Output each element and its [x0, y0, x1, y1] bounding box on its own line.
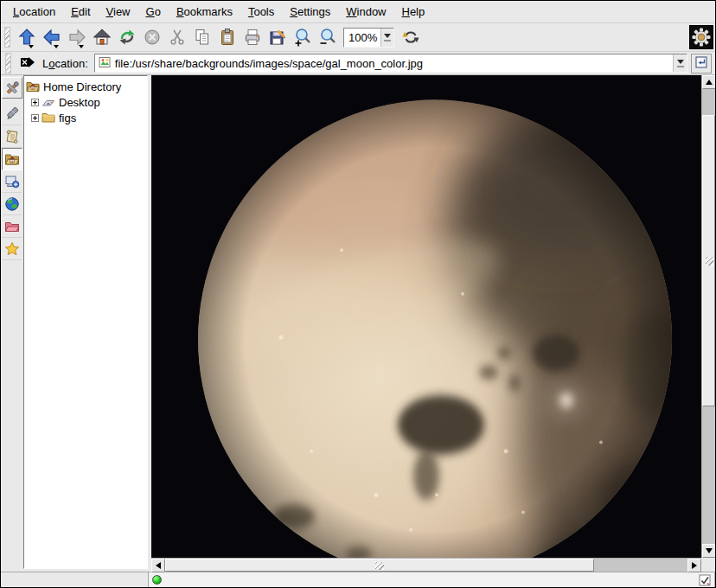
- scroll-icon: [4, 129, 20, 144]
- triangle-down-icon: [706, 548, 713, 553]
- status-bar: [148, 572, 715, 587]
- globe-icon: [4, 196, 20, 212]
- tree-item-desktop[interactable]: Desktop: [24, 94, 147, 110]
- menu-help[interactable]: Help: [394, 3, 433, 21]
- tree-item-home-directory[interactable]: Home Directory: [24, 79, 147, 94]
- clipboard-icon: [218, 28, 237, 47]
- main-area: Home DirectoryDesktopfigs: [1, 75, 715, 572]
- go-enter-icon: [694, 55, 708, 72]
- rotate-icon: [401, 28, 420, 47]
- home-button[interactable]: [89, 25, 114, 50]
- triangle-left-icon: [156, 562, 161, 569]
- toolbar-drag-handle[interactable]: [4, 27, 10, 48]
- view-link-indicator[interactable]: [699, 574, 711, 586]
- sidebar-bookmark-pen-button[interactable]: [2, 103, 22, 125]
- main-toolbar: 100%: [1, 23, 715, 52]
- chevron-down-icon: [384, 34, 391, 38]
- tree-item-figs[interactable]: figs: [24, 110, 147, 125]
- stop-button[interactable]: [139, 25, 164, 50]
- sidebar-services-button[interactable]: [2, 170, 22, 193]
- copy-button[interactable]: [189, 25, 214, 50]
- scroll-down-button[interactable]: [702, 544, 716, 558]
- sidebar-history-button[interactable]: [2, 125, 22, 148]
- sidebar-network-button[interactable]: [2, 193, 22, 215]
- konqueror-window: LocationEditViewGoBookmarksToolsSettings…: [0, 0, 716, 588]
- location-combo-dropdown[interactable]: [673, 54, 687, 72]
- location-input[interactable]: file:/usr/share/backgrounds/images/space…: [115, 57, 668, 70]
- folder-tree: Home DirectoryDesktopfigs: [23, 75, 148, 569]
- tree-item-label: Desktop: [59, 96, 100, 109]
- services-icon: [4, 174, 20, 189]
- clear-location-button[interactable]: [18, 54, 37, 72]
- vertical-scrollbar[interactable]: [701, 75, 715, 558]
- locbar-drag-handle[interactable]: [5, 53, 11, 74]
- image-view-wrap: [151, 75, 715, 572]
- paste-button[interactable]: [214, 25, 240, 50]
- sidebar-root-folder-button[interactable]: [2, 215, 22, 238]
- location-combo[interactable]: file:/usr/share/backgrounds/images/space…: [94, 54, 687, 73]
- scrollbar-corner: [701, 558, 715, 572]
- zoom-combo-dropdown[interactable]: [380, 29, 393, 47]
- menu-view[interactable]: View: [99, 3, 138, 21]
- combo-underbar: [384, 40, 391, 42]
- forward-button[interactable]: [64, 25, 89, 50]
- red-folder-icon: [4, 219, 20, 234]
- home-icon: [93, 28, 112, 47]
- sidebar-bookmarks-button[interactable]: [2, 238, 22, 260]
- vertical-scroll-thumb[interactable]: [702, 115, 715, 406]
- triangle-up-icon: [706, 80, 713, 85]
- back-button[interactable]: [39, 25, 64, 50]
- folder-icon: [42, 111, 56, 125]
- menu-window[interactable]: Window: [338, 3, 393, 21]
- status-left-filler: [1, 572, 148, 587]
- kde-gear-logo: [689, 25, 713, 49]
- scroll-left-button[interactable]: [151, 559, 165, 572]
- up-button[interactable]: [14, 25, 39, 50]
- tree-expander-icon[interactable]: [31, 99, 39, 106]
- location-toolbar: Location: file:/usr/share/backgrounds/im…: [1, 52, 715, 75]
- scroll-up-button[interactable]: [702, 75, 716, 89]
- menu-location[interactable]: Location: [5, 3, 63, 21]
- folder-home-icon: [26, 80, 41, 93]
- print-button[interactable]: [240, 25, 265, 50]
- magnifier-minus-icon: [318, 28, 337, 47]
- save-as-button[interactable]: [265, 25, 290, 50]
- zoom-level-combo[interactable]: 100%: [343, 28, 394, 48]
- cut-button[interactable]: [164, 25, 189, 50]
- menu-edit[interactable]: Edit: [63, 3, 98, 21]
- scissors-icon: [168, 28, 187, 47]
- horizontal-scroll-thumb[interactable]: [165, 559, 594, 572]
- moon-image: [151, 75, 701, 558]
- scroll-right-button[interactable]: [687, 559, 701, 572]
- desktop-icon: [42, 95, 56, 109]
- active-view-led: [152, 575, 162, 585]
- chevron-down-icon: [677, 60, 684, 64]
- star-icon: [4, 241, 20, 257]
- location-label: Location:: [42, 57, 88, 70]
- zoom-out-button[interactable]: [315, 25, 340, 50]
- stop-icon: [143, 28, 162, 47]
- tools-hammer-wrench-icon: [4, 80, 20, 96]
- rotate-button[interactable]: [398, 25, 423, 50]
- horizontal-scrollbar[interactable]: [151, 558, 701, 572]
- tree-item-label: figs: [59, 112, 76, 125]
- sidebar-home-directory-button[interactable]: [2, 148, 22, 170]
- clear-location-icon: [20, 55, 35, 72]
- tree-expander-icon[interactable]: [31, 114, 39, 122]
- copy-icon: [193, 28, 212, 47]
- tree-item-label: Home Directory: [43, 80, 121, 93]
- menu-bookmarks[interactable]: Bookmarks: [169, 3, 240, 21]
- back-dropdown-arrow-icon: [54, 45, 59, 48]
- triangle-right-icon: [692, 562, 697, 569]
- combo-underbar: [677, 66, 684, 67]
- menu-settings[interactable]: Settings: [282, 3, 338, 21]
- sidebar-icon-strip: [1, 75, 23, 572]
- menu-tools[interactable]: Tools: [240, 3, 282, 21]
- go-button[interactable]: [691, 54, 712, 74]
- menu-go[interactable]: Go: [138, 3, 169, 21]
- status-row: [1, 572, 715, 587]
- reload-button[interactable]: [114, 25, 139, 50]
- up-dropdown-arrow-icon: [29, 45, 34, 48]
- sidebar-configure-button[interactable]: [2, 77, 22, 99]
- zoom-in-button[interactable]: [290, 25, 315, 50]
